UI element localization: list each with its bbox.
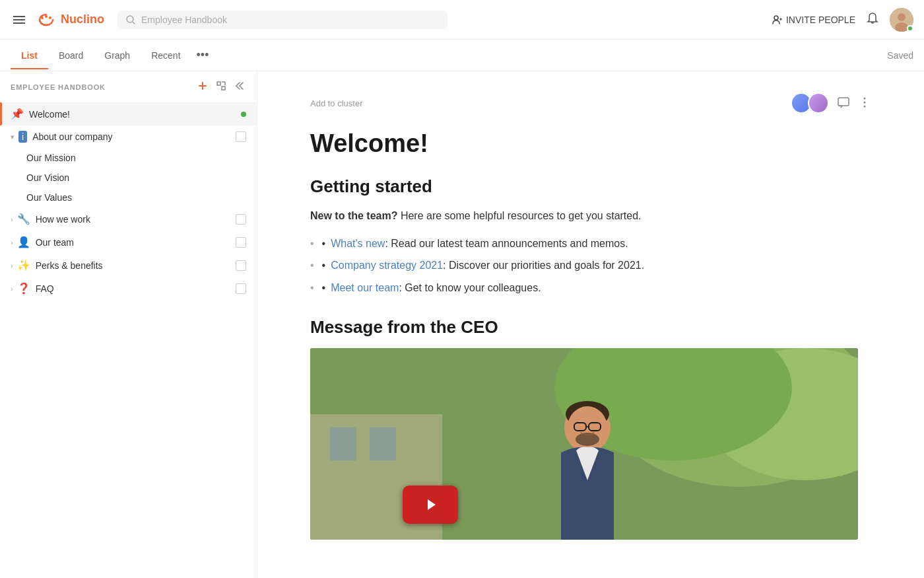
hamburger-button[interactable] (11, 11, 28, 28)
expand-sidebar-button[interactable] (214, 79, 228, 94)
about-subitems: Our Mission Our Vision Our Values (0, 148, 257, 207)
item-checkbox-team[interactable] (236, 237, 246, 248)
collaborator-avatars (791, 92, 829, 114)
sidebar-item-about[interactable]: ▾ i About our company (0, 126, 257, 148)
content-area: Add to cluster (257, 71, 924, 578)
comment-icon (837, 96, 850, 109)
online-dot (241, 112, 246, 117)
sidebar-item-label-faq: FAQ (36, 283, 236, 294)
sidebar-item-how-we-work[interactable]: › 🔧 How we work (0, 207, 257, 231)
svg-rect-14 (222, 87, 225, 90)
perks-icon: ✨ (17, 259, 30, 271)
svg-point-5 (774, 16, 778, 20)
list-item-text: What's new: Read our latest team announc… (331, 235, 628, 252)
item-checkbox-perks[interactable] (236, 260, 246, 271)
more-options-button[interactable] (858, 96, 871, 111)
sidebar-item-welcome[interactable]: 📌 Welcome! (0, 102, 257, 126)
active-indicator (0, 102, 2, 126)
add-item-button[interactable] (196, 79, 209, 94)
item-checkbox-how[interactable] (236, 214, 246, 225)
person-plus-icon (772, 15, 782, 25)
intro-bold: New to the team? (310, 210, 397, 221)
list-item-text-2: Company strategy 2021: Discover our prio… (331, 257, 644, 274)
svg-rect-21 (838, 98, 849, 106)
collapse-sidebar-button[interactable] (233, 79, 246, 94)
chevron-right-icon-3: › (11, 262, 13, 270)
video-thumbnail (310, 348, 858, 540)
user-avatar-wrap[interactable] (890, 8, 913, 32)
sidebar-item-mission[interactable]: Our Mission (26, 148, 257, 168)
faq-icon: ❓ (17, 282, 30, 295)
content-topbar: Add to cluster (310, 92, 871, 114)
bell-icon (866, 12, 879, 25)
whats-new-link[interactable]: What's new (331, 238, 385, 249)
list-item-text-3: Meet our team: Get to know your colleagu… (331, 279, 541, 297)
svg-point-9 (898, 13, 906, 21)
sidebar-item-label-perks: Perks & benefits (36, 260, 236, 271)
section-getting-started-title: Getting started (310, 176, 871, 197)
sidebar-item-our-team[interactable]: › 👤 Our team (0, 231, 257, 254)
getting-started-list: • What's new: Read our latest team annou… (310, 235, 871, 297)
sidebar-item-label-values: Our Values (26, 192, 72, 203)
play-button[interactable] (403, 486, 458, 524)
tab-list[interactable]: List (11, 42, 48, 69)
sidebar: EMPLOYEE HANDBOOK (0, 71, 257, 578)
about-icon: i (18, 131, 27, 143)
svg-point-23 (864, 101, 866, 103)
sidebar-item-vision[interactable]: Our Vision (26, 168, 257, 188)
sidebar-actions (196, 79, 246, 94)
svg-line-19 (240, 83, 243, 86)
online-indicator (907, 25, 913, 32)
intro-paragraph: New to the team? Here are some helpful r… (310, 207, 871, 225)
top-nav: Nuclino Employee Handbook INVITE PEOPLE (0, 0, 924, 40)
content-actions (791, 92, 871, 114)
more-vertical-icon (858, 96, 871, 109)
tab-bar: List Board Graph Recent ••• Saved (0, 40, 924, 71)
main-area: EMPLOYEE HANDBOOK (0, 71, 924, 578)
video-container (310, 348, 858, 540)
welcome-icon: 📌 (11, 108, 24, 120)
video-background-svg (310, 348, 858, 540)
page-title: Welcome! (310, 129, 871, 158)
search-bar[interactable]: Employee Handbook (117, 11, 447, 29)
search-placeholder: Employee Handbook (141, 15, 227, 25)
invite-people-button[interactable]: INVITE PEOPLE (772, 15, 855, 25)
sidebar-item-label-howwework: How we work (36, 214, 236, 225)
sidebar-item-values[interactable]: Our Values (26, 188, 257, 207)
sidebar-item-faq[interactable]: › ❓ FAQ (0, 277, 257, 300)
sidebar-item-perks[interactable]: › ✨ Perks & benefits (0, 254, 257, 277)
chevron-right-icon: › (11, 215, 13, 223)
logo-text: Nuclino (61, 13, 104, 26)
search-icon (125, 15, 136, 25)
sidebar-item-label-about: About our company (32, 131, 236, 142)
sidebar-item-label-ourteam: Our team (36, 237, 236, 248)
item-checkbox[interactable] (236, 131, 246, 142)
comment-button[interactable] (837, 96, 850, 111)
logo: Nuclino (36, 12, 104, 28)
tab-board[interactable]: Board (48, 42, 94, 69)
svg-point-1 (49, 17, 51, 19)
saved-indicator: Saved (887, 50, 913, 61)
meet-team-link[interactable]: Meet our team (331, 282, 399, 293)
tab-graph[interactable]: Graph (94, 42, 141, 69)
nuclino-logo-icon (36, 12, 57, 28)
svg-line-4 (133, 22, 135, 24)
tab-recent[interactable]: Recent (141, 42, 191, 69)
nav-right-actions: INVITE PEOPLE (772, 8, 913, 32)
svg-point-22 (864, 97, 866, 99)
notifications-button[interactable] (866, 12, 879, 27)
sidebar-item-label-welcome: Welcome! (29, 109, 241, 120)
tab-more-button[interactable]: ••• (191, 43, 214, 67)
sidebar-header: EMPLOYEE HANDBOOK (0, 71, 257, 102)
strategy-link[interactable]: Company strategy 2021 (331, 260, 443, 271)
sidebar-title: EMPLOYEE HANDBOOK (11, 83, 196, 91)
section-ceo-title: Message from the CEO (310, 317, 871, 338)
invite-label: INVITE PEOPLE (786, 15, 855, 25)
collaborator-avatar-2 (808, 92, 829, 114)
item-checkbox-faq[interactable] (236, 283, 246, 294)
add-to-cluster[interactable]: Add to cluster (310, 98, 363, 108)
our-team-icon: 👤 (17, 236, 30, 248)
how-we-work-icon: 🔧 (17, 213, 30, 225)
list-item-strategy: • Company strategy 2021: Discover our pr… (310, 257, 871, 274)
chevron-right-icon-4: › (11, 285, 13, 293)
